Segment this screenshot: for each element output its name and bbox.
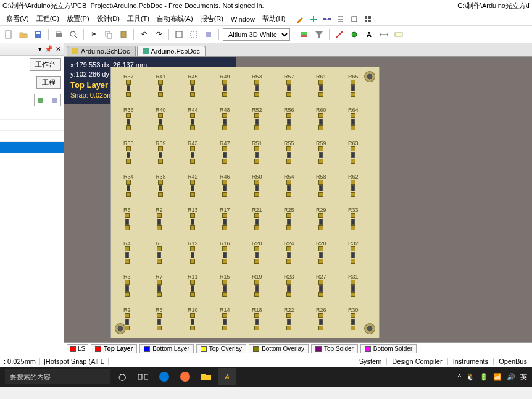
- ruler-icon[interactable]: [393, 28, 405, 41]
- svg-point-16: [70, 32, 75, 36]
- copy-icon[interactable]: [102, 28, 115, 41]
- workspace-button[interactable]: 工作台: [30, 58, 61, 71]
- tree-row[interactable]: [0, 120, 64, 131]
- square-icon[interactable]: [349, 14, 359, 24]
- layer-tab-bottom-solder[interactable]: Bottom Solder: [360, 344, 417, 353]
- status-openbus[interactable]: OpenBus: [493, 358, 532, 365]
- editor-area: Arduino.SchDoc Arduino.PcbDoc x:179.553 …: [64, 43, 532, 355]
- pcb-canvas[interactable]: x:179.553 dx: 26.137 mm y:102.286 dy: -3…: [64, 57, 532, 342]
- menu-report[interactable]: 报告(R): [197, 14, 227, 23]
- layer-tab-top[interactable]: Top Layer: [91, 344, 137, 353]
- component-R6: R6: [156, 307, 163, 331]
- project-button[interactable]: 工程: [36, 76, 61, 89]
- open-icon[interactable]: [17, 28, 30, 41]
- explorer-icon[interactable]: [197, 368, 215, 385]
- grid-icon[interactable]: [363, 14, 373, 24]
- preview-icon[interactable]: [67, 28, 80, 41]
- system-tray: ^ 🐧 🔋 📶 🔊 英: [458, 372, 527, 382]
- redo-icon[interactable]: ↷: [152, 28, 165, 41]
- component-R26: R26: [316, 307, 326, 331]
- component-label: R23: [284, 274, 294, 280]
- plus-icon[interactable]: [309, 14, 318, 24]
- component-label: R46: [220, 174, 230, 180]
- menu-help[interactable]: 帮助(H): [259, 14, 289, 23]
- menu-autoroute[interactable]: 自动布线(A): [153, 14, 197, 23]
- tray-app-icon[interactable]: 🐧: [466, 373, 475, 381]
- menu-design[interactable]: 设计(D): [93, 14, 123, 23]
- status-system[interactable]: System: [354, 358, 387, 365]
- dimension-icon[interactable]: [378, 28, 390, 41]
- zoom-fit-icon[interactable]: [173, 28, 185, 41]
- tray-wifi-icon[interactable]: 📶: [493, 373, 502, 381]
- tray-up-icon[interactable]: ^: [458, 373, 461, 380]
- edge-icon[interactable]: [156, 368, 173, 385]
- taskview-icon[interactable]: [135, 368, 152, 385]
- panel-tool-1-icon[interactable]: [34, 94, 46, 106]
- line-icon[interactable]: [333, 28, 346, 41]
- component-R53: R53: [252, 74, 262, 98]
- component-R59: R59: [316, 140, 326, 164]
- svg-rect-10: [368, 20, 371, 22]
- view-mode-select[interactable]: Altium 3D White: [223, 28, 290, 41]
- tree-row-selected[interactable]: [0, 142, 64, 153]
- pen-icon[interactable]: [295, 14, 305, 24]
- component-R20: R20: [252, 240, 262, 264]
- menu-tools[interactable]: 工具(T): [123, 14, 153, 23]
- cut-icon[interactable]: ✂: [88, 28, 100, 41]
- altium-icon[interactable]: A: [218, 368, 236, 385]
- undo-icon[interactable]: ↶: [138, 28, 150, 41]
- layer-icon[interactable]: [298, 28, 310, 41]
- status-instruments[interactable]: Instruments: [447, 358, 493, 365]
- tray-volume-icon[interactable]: 🔊: [507, 373, 515, 381]
- svg-rect-36: [138, 374, 142, 379]
- component-R65: R65: [348, 74, 359, 98]
- svg-rect-19: [107, 33, 112, 38]
- menu-project[interactable]: 工程(C): [33, 14, 63, 23]
- menu-view[interactable]: 察看(V): [2, 14, 33, 23]
- tree-row[interactable]: [0, 109, 64, 120]
- chevron-down-icon[interactable]: ▾: [38, 45, 42, 53]
- component-R45: R45: [188, 74, 198, 98]
- cortana-icon[interactable]: ◯: [114, 368, 131, 385]
- layer-tab-top-solder[interactable]: Top Solder: [311, 344, 358, 353]
- tray-ime-icon[interactable]: 英: [520, 372, 527, 382]
- pin-icon[interactable]: 📌: [44, 45, 53, 53]
- connector-icon[interactable]: [322, 14, 332, 24]
- tree-row[interactable]: [0, 131, 64, 142]
- align-icon[interactable]: [336, 14, 346, 24]
- zoom-sel-icon[interactable]: [202, 28, 215, 41]
- paste-icon[interactable]: [117, 28, 130, 41]
- close-icon[interactable]: ✕: [56, 45, 61, 53]
- via-icon[interactable]: [348, 28, 360, 41]
- layer-tab-top-overlay[interactable]: Top Overlay: [196, 344, 246, 353]
- svg-rect-9: [365, 20, 367, 22]
- save-icon[interactable]: [32, 28, 44, 41]
- firefox-icon[interactable]: [177, 368, 194, 385]
- new-icon[interactable]: [2, 28, 15, 41]
- tray-battery-icon[interactable]: 🔋: [480, 373, 488, 381]
- svg-rect-34: [72, 48, 78, 54]
- component-label: R15: [220, 274, 230, 280]
- status-design-compiler[interactable]: Design Compiler: [386, 358, 447, 365]
- menu-place[interactable]: 放置(P): [63, 14, 93, 23]
- tab-schdoc[interactable]: Arduino.SchDoc: [67, 46, 136, 56]
- filter-icon[interactable]: [313, 28, 325, 41]
- component-R44: R44: [188, 107, 198, 131]
- component-R14: R14: [220, 307, 230, 331]
- print-icon[interactable]: [52, 28, 65, 41]
- menu-window[interactable]: Window: [227, 15, 259, 23]
- panel-tool-2-icon[interactable]: [49, 94, 61, 106]
- main-toolbar: ✂ ↶ ↷ Altium 3D White A: [0, 26, 532, 43]
- layer-tab-bottom-overlay[interactable]: Bottom Overlay: [249, 344, 309, 353]
- taskbar-search[interactable]: 要搜索的内容: [5, 369, 110, 384]
- tab-pcbdoc[interactable]: Arduino.PcbDoc: [137, 46, 206, 56]
- separator: [329, 29, 330, 40]
- text-icon[interactable]: A: [363, 28, 375, 41]
- svg-line-17: [75, 36, 77, 38]
- layer-tab-bottom[interactable]: Bottom Layer: [139, 344, 193, 353]
- component-label: R42: [188, 174, 198, 180]
- layer-set-button[interactable]: LS: [67, 344, 88, 353]
- zoom-area-icon[interactable]: [188, 28, 200, 41]
- svg-rect-14: [56, 33, 62, 37]
- component-R52: R52: [252, 107, 262, 131]
